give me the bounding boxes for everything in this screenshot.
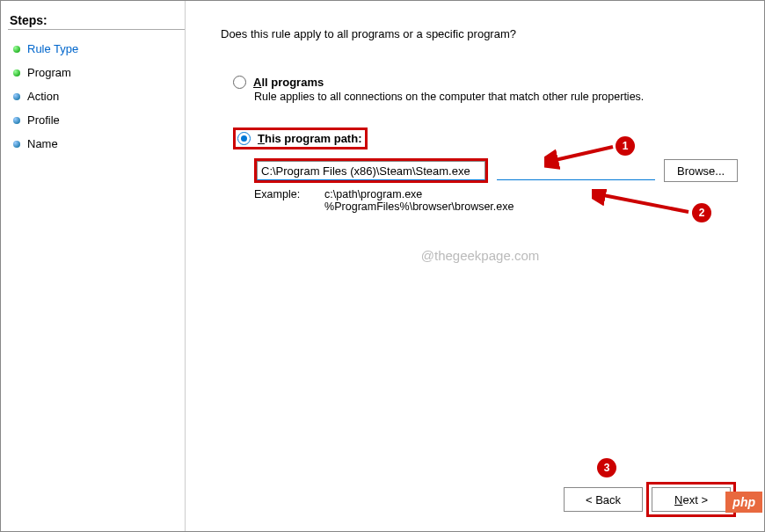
sidebar-item-label: Profile	[27, 113, 60, 127]
sidebar-item-action[interactable]: Action	[8, 84, 185, 108]
sidebar-item-rule-type[interactable]: Rule Type	[8, 37, 185, 61]
sidebar-item-name[interactable]: Name	[8, 132, 185, 156]
wizard-footer: < Back Next >	[564, 487, 731, 512]
program-path-input[interactable]	[257, 161, 485, 180]
browse-button[interactable]: Browse...	[664, 159, 738, 182]
wizard-window: Steps: Rule Type Program Action Profile …	[0, 0, 765, 532]
annotation-callout-3: 3	[597, 458, 616, 477]
example-value: c:\path\program.exe %ProgramFiles%\brows…	[324, 188, 514, 213]
sidebar-item-label: Action	[27, 90, 59, 103]
sidebar-item-profile[interactable]: Profile	[8, 108, 185, 132]
radio-this-program[interactable]	[237, 132, 251, 145]
sidebar-title: Steps:	[8, 10, 185, 30]
steps-sidebar: Steps: Rule Type Program Action Profile …	[1, 1, 186, 531]
bullet-icon	[13, 141, 20, 148]
php-badge: php	[725, 492, 762, 513]
next-button[interactable]: Next >	[652, 487, 731, 512]
bullet-icon	[13, 46, 20, 53]
radio-this-program-row[interactable]: This program path:	[233, 128, 368, 149]
radio-all-programs-description: Rule applies to all connections on the c…	[254, 91, 740, 103]
annotation-arrow-2	[592, 189, 697, 224]
sidebar-item-label: Program	[27, 66, 71, 79]
radio-all-programs-row[interactable]: All programs	[233, 76, 740, 89]
bullet-icon	[13, 93, 20, 100]
svg-line-1	[599, 194, 688, 212]
annotation-callout-2: 2	[692, 203, 711, 222]
radio-all-programs[interactable]	[233, 76, 246, 89]
watermark-text: @thegeekpage.com	[221, 248, 740, 263]
svg-line-0	[551, 147, 613, 161]
main-panel: Does this rule apply to all programs or …	[186, 1, 764, 531]
example-label: Example:	[254, 188, 300, 213]
annotation-arrow-1	[544, 135, 623, 170]
program-path-row: Browse...	[254, 158, 740, 183]
radio-this-program-label: This program path:	[258, 132, 361, 145]
bullet-icon	[13, 69, 20, 77]
path-input-highlight	[254, 158, 488, 183]
bullet-icon	[13, 117, 20, 124]
radio-all-programs-label: All programs	[253, 76, 324, 89]
sidebar-item-label: Name	[27, 137, 58, 150]
wizard-question: Does this rule apply to all programs or …	[221, 27, 740, 40]
annotation-callout-1: 1	[616, 136, 635, 156]
back-button[interactable]: < Back	[564, 487, 643, 512]
sidebar-item-label: Rule Type	[27, 42, 78, 55]
sidebar-item-program[interactable]: Program	[8, 61, 185, 84]
